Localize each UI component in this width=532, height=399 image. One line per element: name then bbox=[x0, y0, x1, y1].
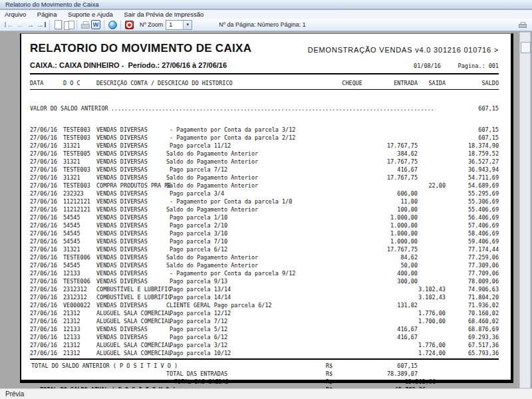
vertical-scrollbar[interactable] bbox=[519, 32, 531, 388]
cell-cdoc: 12133 bbox=[63, 269, 96, 277]
cell-cdoc: TESTE003 bbox=[63, 166, 96, 174]
cell-chist: Pago parcela 9/13 bbox=[166, 277, 339, 285]
cell-cdoc: 21312 bbox=[63, 309, 96, 317]
status-bar: Prévia bbox=[0, 388, 532, 399]
report-row: 27/06/162312312COMBUSTÍVEL E LUBRIFIC Pa… bbox=[30, 285, 499, 293]
cell-csai bbox=[418, 150, 446, 158]
cell-csal: 59.406,69 bbox=[446, 237, 499, 245]
cell-cent: 84,62 bbox=[339, 253, 418, 261]
col-saldo: SALDO bbox=[446, 79, 499, 87]
first-page-button[interactable]: ← bbox=[4, 19, 15, 30]
cell-csal: 56.406,69 bbox=[446, 213, 499, 221]
cell-cd: 27/06/16 bbox=[30, 134, 63, 142]
cell-cent: 11,00 bbox=[339, 198, 418, 205]
cell-csal: 77.259,06 bbox=[446, 253, 499, 261]
window-title: Relatorio do Movimento de Caixa bbox=[5, 1, 98, 8]
menu-suporte-ajuda[interactable]: Suporte e Ajuda bbox=[63, 10, 118, 19]
chevron-down-icon[interactable]: ▼ bbox=[183, 21, 192, 29]
cell-csai: 1.776,00 bbox=[418, 309, 446, 317]
col-descricao: DESCRIÇÃO CONTA / DESCRICAO DO HISTORICO bbox=[96, 79, 339, 87]
report-row: 27/06/16TESTE005VENDAS DIVERSASSaldo do … bbox=[30, 150, 499, 158]
cell-cd: 27/06/16 bbox=[30, 285, 63, 293]
cell-cconta: COMPRA PRODUTOS PRA RE bbox=[96, 182, 166, 190]
cell-csai bbox=[418, 213, 446, 221]
next-page-button[interactable]: → bbox=[25, 19, 36, 30]
cell-csal: 55.406,69 bbox=[446, 205, 499, 213]
prev-page-icon: ← bbox=[17, 20, 24, 29]
cell-csal: 71.936,02 bbox=[446, 301, 499, 309]
cell-csai bbox=[418, 325, 446, 333]
cell-cent: 17.767,75 bbox=[339, 142, 418, 150]
cell-csai bbox=[418, 245, 446, 253]
cell-chist: Pago parcela 6/12 bbox=[166, 333, 339, 341]
two-page-icon bbox=[64, 21, 74, 29]
cell-csai bbox=[418, 142, 446, 150]
col-cheque: CHEQUE bbox=[339, 79, 362, 87]
report-row: 27/06/16TESTE006VENDAS DIVERSASSaldo do … bbox=[30, 253, 499, 261]
report-row: 27/06/16TESTE003COMPRA PRODUTOS PRA RESa… bbox=[30, 182, 499, 190]
cell-chist: Saldo do Pagamento Anterior bbox=[166, 205, 339, 213]
cell-csai bbox=[418, 190, 446, 198]
cell-cdoc: 31321 bbox=[63, 245, 96, 253]
print-button[interactable] bbox=[80, 19, 90, 30]
last-page-button[interactable]: → bbox=[36, 19, 47, 30]
export-html-button[interactable] bbox=[107, 19, 118, 30]
single-page-icon bbox=[55, 20, 62, 29]
two-page-view-button[interactable] bbox=[63, 19, 74, 30]
toolbar-separator bbox=[120, 20, 121, 30]
cell-chist: Saldo do Pagamento Anterior bbox=[166, 253, 339, 261]
cell-chist: - Pagamento por Conta da parcela 9/12 bbox=[166, 269, 339, 277]
report-row: 27/06/16TESTE006VENDAS DIVERSAS Pago par… bbox=[30, 277, 499, 285]
prev-page-button[interactable]: ← bbox=[15, 19, 25, 30]
report-row: 27/06/1654545VENDAS DIVERSASSaldo do Pag… bbox=[30, 261, 499, 269]
currency-symbol: R$ bbox=[326, 370, 346, 378]
cell-chist: Pago parcela 7/10 bbox=[166, 237, 339, 245]
cell-cconta: COMBUSTÍVEL E LUBRIFIC bbox=[96, 293, 166, 301]
cell-cent bbox=[339, 349, 418, 357]
single-page-view-button[interactable] bbox=[53, 19, 63, 30]
cell-cent: 1.000,00 bbox=[339, 237, 418, 245]
menu-arquivo[interactable]: Arquivo bbox=[0, 10, 31, 19]
cell-cd: 27/06/16 bbox=[30, 309, 63, 317]
cell-csal: 607,15 bbox=[446, 126, 499, 134]
cell-cdoc: 232323 bbox=[63, 190, 96, 198]
report-row: 27/06/1612133VENDAS DIVERSAS Pago parcel… bbox=[30, 333, 499, 341]
cell-csal: 55.306,69 bbox=[446, 198, 499, 205]
cell-cent: 17.767,75 bbox=[339, 158, 418, 166]
cell-csal: 77.709,06 bbox=[446, 269, 499, 277]
cell-cdoc: 31321 bbox=[63, 174, 96, 182]
cell-csai: 3.102,43 bbox=[418, 293, 446, 301]
opening-balance-value: 607,15 bbox=[436, 104, 499, 112]
cell-cent: 1.000,00 bbox=[339, 213, 418, 221]
menu-pagina[interactable]: Página bbox=[33, 10, 62, 19]
report-row: 27/06/1621312ALUGUEL SALA COMERCIAL Pago… bbox=[30, 317, 499, 325]
first-page-icon: ← bbox=[5, 20, 14, 29]
export-word-button[interactable]: W bbox=[90, 19, 101, 30]
cell-cconta: VENDAS DIVERSAS bbox=[96, 166, 166, 174]
cell-csai bbox=[418, 174, 446, 182]
divider bbox=[30, 73, 499, 74]
zoom-value: 1 bbox=[166, 21, 183, 29]
last-page-icon: → bbox=[37, 20, 46, 29]
scrollbar-thumb[interactable] bbox=[521, 42, 531, 53]
cell-chist: - Pagamento por Conta da parcela 1/0 bbox=[166, 198, 339, 205]
cell-cd: 27/06/16 bbox=[30, 301, 63, 309]
cell-csai bbox=[418, 221, 446, 229]
report-row: 27/06/1611212121VENDAS DIVERSASSaldo do … bbox=[30, 205, 499, 213]
menu-sair-previa[interactable]: Sair da Prévia de Impressão bbox=[119, 10, 208, 19]
cell-chist: Pago parcela 12/12 bbox=[166, 309, 339, 317]
cell-chist: Pago parcela 5/12 bbox=[166, 325, 339, 333]
close-preview-button[interactable] bbox=[124, 19, 134, 30]
total-saldo-anterior-row: TOTAL DO SALDO ANTERIOR ( P O S I T I V … bbox=[30, 362, 499, 370]
report-row: 27/06/1612133VENDAS DIVERSAS Pago parcel… bbox=[30, 325, 499, 333]
report-row: 27/06/16TESTE003VENDAS DIVERSAS Pago par… bbox=[30, 166, 499, 174]
col-entrada: ENTRADA bbox=[362, 79, 418, 87]
cell-cent: 131,82 bbox=[339, 301, 418, 309]
cell-cd: 27/06/16 bbox=[30, 317, 63, 325]
mini-printer-icon bbox=[519, 22, 527, 28]
cell-cent: 416,67 bbox=[339, 333, 418, 341]
cell-cdoc: 31321 bbox=[63, 158, 96, 166]
cell-cd: 27/06/16 bbox=[30, 150, 63, 158]
cell-csal: 77.174,44 bbox=[446, 245, 499, 253]
zoom-select[interactable]: 1 ▼ bbox=[166, 20, 192, 30]
